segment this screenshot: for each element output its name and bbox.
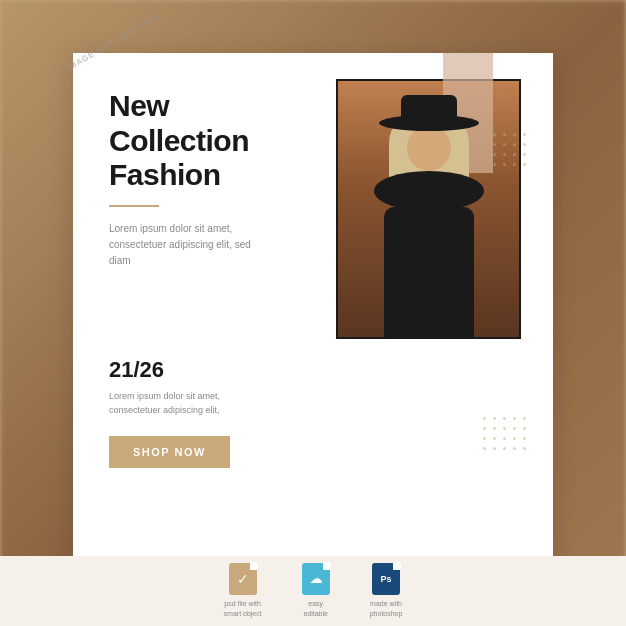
dot	[523, 143, 526, 146]
dot	[493, 427, 496, 430]
footer-psd-line2: smart object	[224, 610, 262, 617]
dot	[513, 153, 516, 156]
model-body	[384, 207, 474, 337]
dot	[483, 437, 486, 440]
outer-wrapper: IMAGE NOT INCLUDED	[0, 0, 626, 626]
dot	[483, 447, 486, 450]
footer-item-photoshop: Ps made with photoshop	[370, 563, 403, 619]
dot	[523, 427, 526, 430]
footer-ps-line2: photoshop	[370, 610, 403, 617]
dot	[523, 153, 526, 156]
model-shoulders	[374, 171, 484, 211]
footer-ps-line1: made with	[370, 600, 402, 607]
dot	[513, 427, 516, 430]
dot	[513, 417, 516, 420]
footer-easy-line2: editable	[303, 610, 328, 617]
footer-psd-line1: psd file with	[224, 600, 261, 607]
dot	[523, 133, 526, 136]
dot	[493, 133, 496, 136]
dot	[513, 437, 516, 440]
card-top-section: New Collection Fashion Lorem ipsum dolor…	[109, 89, 521, 339]
dot	[503, 427, 506, 430]
dot	[523, 437, 526, 440]
dot	[483, 163, 486, 166]
dot	[513, 143, 516, 146]
dot	[493, 143, 496, 146]
dots-pattern-top	[483, 133, 529, 169]
footer-psd-text: psd file with smart object	[224, 599, 262, 619]
stats-value: 21/26	[109, 357, 521, 383]
card-bottom-section: 21/26 Lorem ipsum dolor sit amet, consec…	[109, 357, 521, 545]
dot	[513, 133, 516, 136]
footer-editable-text: easy editable	[303, 599, 328, 619]
stats-description: Lorem ipsum dolor sit amet, consectetuer…	[109, 389, 269, 418]
dot	[523, 163, 526, 166]
description-text: Lorem ipsum dolor sit amet, consectetuer…	[109, 221, 269, 269]
dot	[503, 417, 506, 420]
dot	[483, 143, 486, 146]
dot	[483, 153, 486, 156]
psd-file-icon: ✓	[229, 563, 257, 595]
cloud-icon: ☁	[302, 563, 330, 595]
heading-line1: New Collection	[109, 89, 249, 157]
dot	[503, 163, 506, 166]
dot	[493, 437, 496, 440]
cloud-symbol: ☁	[310, 572, 322, 586]
ps-symbol: Ps	[381, 574, 392, 584]
model-face	[407, 125, 451, 171]
photoshop-icon: Ps	[372, 563, 400, 595]
shop-now-button[interactable]: SHOP NOW	[109, 436, 230, 468]
dot	[513, 447, 516, 450]
dot	[503, 437, 506, 440]
main-heading: New Collection Fashion	[109, 89, 316, 193]
dot	[483, 133, 486, 136]
dot	[493, 153, 496, 156]
dot	[493, 163, 496, 166]
dot	[483, 417, 486, 420]
main-card: IMAGE NOT INCLUDED	[73, 53, 553, 573]
dots-pattern-bottom	[483, 417, 529, 453]
accent-divider	[109, 205, 159, 207]
dot	[503, 133, 506, 136]
dot	[493, 447, 496, 450]
dot	[503, 447, 506, 450]
dot	[483, 427, 486, 430]
card-left-content: New Collection Fashion Lorem ipsum dolor…	[109, 89, 336, 269]
dot	[523, 447, 526, 450]
footer-item-psd: ✓ psd file with smart object	[224, 563, 262, 619]
footer-easy-line1: easy	[308, 600, 323, 607]
check-icon: ✓	[237, 571, 249, 587]
dot	[513, 163, 516, 166]
photo-frame	[336, 79, 521, 339]
dot	[523, 417, 526, 420]
footer-ps-text: made with photoshop	[370, 599, 403, 619]
footer-bar: ✓ psd file with smart object ☁ easy edit…	[0, 556, 626, 626]
model-hat-crown	[401, 95, 457, 121]
heading-line2: Fashion	[109, 158, 221, 191]
dot	[503, 143, 506, 146]
dot	[493, 417, 496, 420]
footer-item-editable: ☁ easy editable	[302, 563, 330, 619]
dot	[503, 153, 506, 156]
